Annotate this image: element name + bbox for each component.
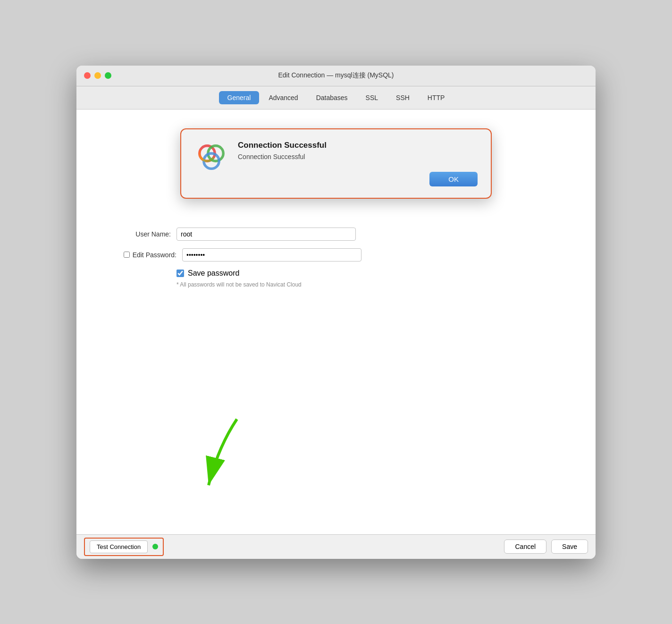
minimize-button[interactable] bbox=[94, 72, 101, 79]
bottombar: Test Connection Cancel Save bbox=[76, 534, 596, 559]
save-button[interactable]: Save bbox=[551, 540, 588, 554]
popup-message: Connection Successful bbox=[238, 153, 478, 160]
tab-ssl[interactable]: SSL bbox=[357, 91, 386, 104]
navicat-logo-icon bbox=[194, 141, 228, 175]
tab-databases[interactable]: Databases bbox=[308, 91, 356, 104]
maximize-button[interactable] bbox=[105, 72, 111, 79]
tab-bar: General Advanced Databases SSL SSH HTTP bbox=[76, 86, 596, 110]
titlebar: Edit Connection — mysql连接 (MySQL) bbox=[76, 66, 596, 86]
cancel-button[interactable]: Cancel bbox=[504, 540, 546, 554]
close-button[interactable] bbox=[84, 72, 91, 79]
popup-overlay: Connection Successful Connection Success… bbox=[76, 110, 596, 534]
main-window: Edit Connection — mysql连接 (MySQL) Genera… bbox=[76, 66, 596, 559]
test-connection-area: Test Connection bbox=[84, 538, 164, 556]
tab-advanced[interactable]: Advanced bbox=[260, 91, 306, 104]
window-controls bbox=[84, 72, 111, 79]
tab-ssh[interactable]: SSH bbox=[387, 91, 418, 104]
content-area: Connection Successful Connection Success… bbox=[76, 110, 596, 534]
ok-button[interactable]: OK bbox=[429, 172, 478, 186]
test-connection-button[interactable]: Test Connection bbox=[90, 540, 148, 553]
success-dialog: Connection Successful Connection Success… bbox=[180, 128, 492, 199]
tab-general[interactable]: General bbox=[219, 91, 260, 104]
connection-status-dot bbox=[152, 544, 158, 549]
popup-title: Connection Successful bbox=[238, 141, 478, 150]
popup-body: Connection Successful Connection Success… bbox=[238, 141, 478, 186]
window-title: Edit Connection — mysql连接 (MySQL) bbox=[278, 71, 394, 80]
tab-http[interactable]: HTTP bbox=[419, 91, 454, 104]
